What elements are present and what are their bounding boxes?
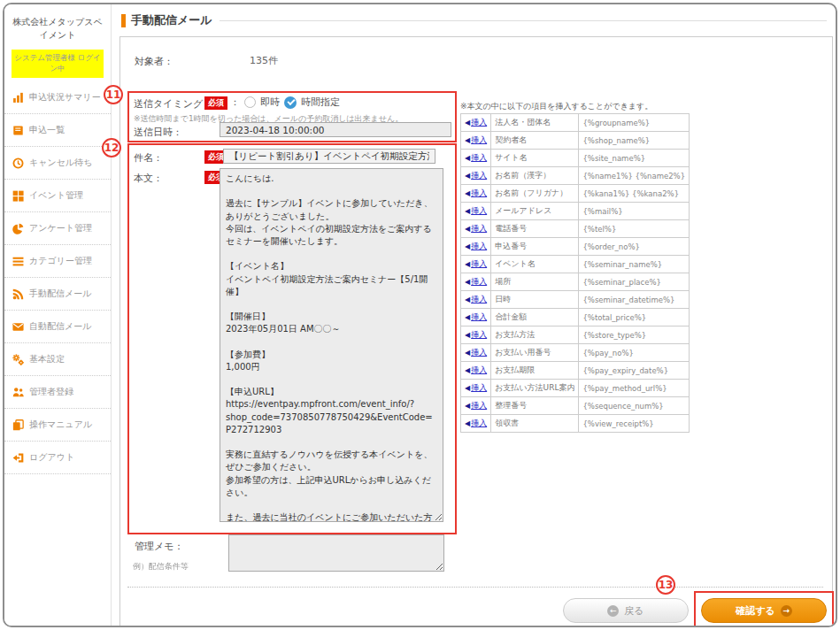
sidebar-item-events[interactable]: イベント管理: [4, 180, 111, 212]
insert-arrow-icon: ◀: [465, 278, 470, 286]
variable-row: ◀挿入メールアドレス{%mail%}: [461, 203, 690, 220]
sidebar-item-summary[interactable]: 申込状況サマリー: [4, 81, 111, 114]
broadcast-icon: [12, 288, 24, 300]
variable-label: 日時: [491, 291, 579, 309]
timing-colon: ：: [230, 96, 240, 109]
sidebar-item-label: 申込状況サマリー: [29, 91, 101, 104]
variable-label: お名前（漢字）: [491, 167, 579, 185]
confirm-button[interactable]: 確認する →: [701, 598, 827, 623]
back-arrow-icon: ←: [607, 605, 619, 617]
sidebar-item-manual[interactable]: 操作マニュアル: [4, 409, 111, 442]
sidebar-item-waitlist[interactable]: キャンセル待ち: [4, 147, 111, 180]
variable-label: お名前（フリガナ）: [491, 185, 579, 203]
variable-label: サイト名: [491, 150, 579, 167]
sidebar-item-manual-mail[interactable]: 手動配信メール: [4, 278, 111, 311]
insert-button[interactable]: ◀挿入: [465, 259, 487, 268]
insert-button[interactable]: ◀挿入: [465, 383, 487, 392]
sidebar-item-label: イベント管理: [29, 189, 83, 202]
memo-textarea[interactable]: [228, 534, 444, 572]
sidebar-item-categories[interactable]: カテゴリー管理: [4, 245, 111, 278]
radio-immediate-label[interactable]: 即時: [260, 96, 280, 109]
insert-arrow-icon: ◀: [465, 349, 470, 357]
variable-row: ◀挿入電話番号{%tel%}: [461, 220, 690, 238]
radio-scheduled[interactable]: [284, 96, 297, 109]
send-datetime-label: 送信日時：: [134, 126, 182, 139]
variable-placeholder: {%tel%}: [579, 220, 690, 238]
variables-table: ◀挿入法人名・団体名{%groupname%}◀挿入契約者名{%shop_nam…: [460, 113, 690, 433]
annotation-number-12: 12: [102, 138, 121, 158]
insert-button[interactable]: ◀挿入: [465, 242, 487, 250]
page-title-row: 手動配信メール: [121, 12, 827, 28]
sidebar-item-orders[interactable]: 申込一覧: [4, 114, 111, 147]
insert-button[interactable]: ◀挿入: [465, 153, 487, 162]
variable-label: 整理番号: [491, 397, 579, 415]
insert-button[interactable]: ◀挿入: [465, 348, 487, 357]
insert-button-label: 挿入: [471, 135, 487, 144]
bar-chart-icon: [12, 92, 24, 104]
insert-button-label: 挿入: [471, 153, 487, 162]
variable-placeholder: {%view_receipt%}: [579, 415, 690, 433]
insert-arrow-icon: ◀: [465, 331, 470, 339]
insert-button[interactable]: ◀挿入: [465, 118, 487, 127]
insert-button[interactable]: ◀挿入: [465, 330, 487, 339]
radio-scheduled-label[interactable]: 時間指定: [301, 96, 340, 109]
sidebar-item-logout[interactable]: ログアウト: [4, 442, 111, 474]
insert-button[interactable]: ◀挿入: [465, 277, 487, 286]
sidebar-item-settings[interactable]: 基本設定: [4, 343, 111, 376]
sidebar-item-label: カテゴリー管理: [29, 255, 92, 267]
insert-button[interactable]: ◀挿入: [465, 171, 487, 180]
sidebar-item-admins[interactable]: 管理者登録: [4, 376, 111, 409]
insert-button[interactable]: ◀挿入: [465, 224, 487, 233]
insert-button[interactable]: ◀挿入: [465, 295, 487, 303]
variable-label: 契約者名: [491, 132, 579, 150]
sidebar-item-auto-mail[interactable]: 自動配信メール: [4, 311, 111, 343]
annotation-number-11: 11: [104, 85, 123, 104]
variable-label: お支払期限: [491, 362, 579, 380]
sidebar-item-surveys[interactable]: アンケート管理: [4, 212, 111, 245]
insert-button[interactable]: ◀挿入: [465, 365, 487, 374]
insert-arrow-icon: ◀: [465, 242, 470, 250]
variable-placeholder: {%seminar_place%}: [579, 273, 690, 291]
gears-icon: [12, 354, 24, 365]
body-textarea[interactable]: こんにちは. 過去に【サンプル】イベントに参加していただき、ありがとうございまし…: [220, 168, 443, 522]
variable-row: ◀挿入法人名・団体名{%groupname%}: [461, 114, 690, 132]
company-name: 株式会社メタップスペ イメント: [4, 15, 111, 42]
variable-row: ◀挿入お支払い用番号{%pay_no%}: [461, 344, 690, 362]
sidebar-item-label: キャンセル待ち: [29, 157, 92, 169]
insert-arrow-icon: ◀: [465, 260, 470, 268]
variable-row: ◀挿入領収書{%view_receipt%}: [461, 415, 690, 433]
variable-row: ◀挿入場所{%seminar_place%}: [461, 273, 690, 291]
insert-button[interactable]: ◀挿入: [465, 188, 487, 197]
company-name-line2: イメント: [4, 28, 111, 42]
sidebar-item-label: 手動配信メール: [29, 288, 91, 300]
insert-arrow-icon: ◀: [465, 366, 470, 374]
back-button[interactable]: ← 戻る: [563, 598, 689, 623]
variable-placeholder: {%site_name%}: [579, 150, 690, 167]
confirm-arrow-icon: →: [781, 605, 792, 617]
variable-placeholder: {%groupname%}: [579, 114, 690, 132]
send-datetime-input[interactable]: [220, 122, 451, 137]
insert-button[interactable]: ◀挿入: [465, 206, 487, 215]
variable-row: ◀挿入合計金額{%total_price%}: [461, 309, 690, 327]
sidebar-item-label: 管理者登録: [29, 386, 73, 398]
insert-button-label: 挿入: [471, 312, 487, 321]
variable-row: ◀挿入申込番号{%order_no%}: [461, 238, 690, 256]
insert-button[interactable]: ◀挿入: [465, 419, 487, 427]
subject-input[interactable]: [223, 149, 435, 164]
variable-placeholder: {%kana1%} {%kana2%}: [579, 185, 690, 203]
insert-button[interactable]: ◀挿入: [465, 312, 487, 321]
company-name-line1: 株式会社メタップスペ: [4, 15, 111, 28]
mail-form-panel: 対象者： 135件 送信タイミング 必須 ： 即時 時間指定 ※送信時間まで1時…: [119, 36, 833, 627]
insert-button[interactable]: ◀挿入: [465, 135, 487, 144]
radio-immediate[interactable]: [244, 96, 256, 108]
insert-button[interactable]: ◀挿入: [465, 401, 487, 410]
target-label: 対象者：: [135, 55, 173, 68]
title-rule: [220, 20, 827, 21]
book-icon: [12, 125, 24, 136]
insert-button-label: 挿入: [471, 118, 487, 127]
variables-note: ※本文の中に以下の項目を挿入することができます。: [460, 101, 652, 112]
admin-window: 株式会社メタップスペ イメント システム管理者様 ログイン中 申込状況サマリー申…: [3, 3, 837, 627]
variable-label: お支払方法: [491, 327, 579, 344]
variable-placeholder: {%seminar_name%}: [579, 256, 690, 273]
insert-arrow-icon: ◀: [465, 154, 470, 162]
